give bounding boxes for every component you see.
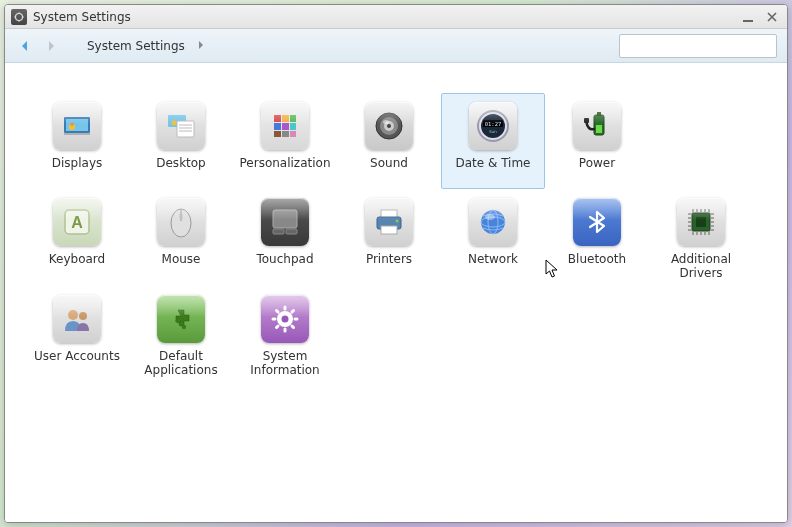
settings-item-touchpad[interactable]: Touchpad xyxy=(233,189,337,286)
settings-item-label: Default Applications xyxy=(134,349,228,378)
back-button[interactable] xyxy=(15,36,35,56)
settings-item-label: Network xyxy=(468,252,518,280)
system-settings-window: System Settings System Settings xyxy=(4,4,788,523)
svg-rect-38 xyxy=(597,112,601,116)
settings-item-printers[interactable]: Printers xyxy=(337,189,441,286)
settings-item-mouse[interactable]: Mouse xyxy=(129,189,233,286)
svg-point-82 xyxy=(182,325,186,329)
titlebar[interactable]: System Settings xyxy=(5,5,787,29)
svg-point-56 xyxy=(485,214,495,220)
settings-item-displays[interactable]: Displays xyxy=(25,93,129,189)
svg-rect-25 xyxy=(282,131,289,137)
breadcrumb[interactable]: System Settings xyxy=(87,39,205,53)
breadcrumb-label: System Settings xyxy=(87,39,185,53)
svg-rect-20 xyxy=(290,115,296,122)
settings-item-power[interactable]: Power xyxy=(545,93,649,189)
settings-item-label: User Accounts xyxy=(34,349,120,377)
svg-rect-26 xyxy=(290,131,296,137)
settings-item-user-accounts[interactable]: User Accounts xyxy=(25,286,129,383)
settings-grid: DisplaysDesktopPersonalizationSound01:27… xyxy=(25,93,767,383)
settings-item-label: Date & Time xyxy=(455,156,530,184)
svg-point-81 xyxy=(176,319,180,323)
window-title: System Settings xyxy=(33,10,131,24)
svg-rect-14 xyxy=(177,121,194,137)
svg-rect-11 xyxy=(64,133,90,135)
search-input[interactable] xyxy=(624,39,774,53)
settings-item-label: Bluetooth xyxy=(568,252,626,280)
app-icon xyxy=(11,9,27,25)
settings-item-keyboard[interactable]: AKeyboard xyxy=(25,189,129,286)
svg-text:01:27: 01:27 xyxy=(485,121,502,127)
svg-rect-45 xyxy=(180,213,183,219)
svg-text:A: A xyxy=(71,214,83,231)
svg-rect-18 xyxy=(274,115,281,122)
svg-rect-47 xyxy=(273,229,284,234)
settings-item-label: Additional Drivers xyxy=(654,252,748,281)
svg-point-52 xyxy=(396,220,399,223)
settings-item-label: Keyboard xyxy=(49,252,105,280)
settings-item-personalization[interactable]: Personalization xyxy=(233,93,337,189)
settings-item-desktop[interactable]: Desktop xyxy=(129,93,233,189)
minimize-button[interactable] xyxy=(739,9,757,25)
svg-point-30 xyxy=(387,124,391,128)
svg-point-79 xyxy=(68,310,78,320)
svg-text:Sun: Sun xyxy=(489,129,497,134)
svg-point-13 xyxy=(172,121,177,126)
svg-rect-40 xyxy=(584,118,589,123)
settings-item-label: System Information xyxy=(238,349,332,378)
chevron-right-icon xyxy=(197,39,205,53)
settings-item-label: Sound xyxy=(370,156,408,184)
settings-item-additional-drivers[interactable]: Additional Drivers xyxy=(649,189,753,286)
svg-rect-21 xyxy=(274,123,281,130)
svg-point-80 xyxy=(79,312,87,320)
svg-rect-22 xyxy=(282,123,289,130)
settings-item-label: Mouse xyxy=(162,252,201,280)
settings-item-default-applications[interactable]: Default Applications xyxy=(129,286,233,383)
forward-button[interactable] xyxy=(41,36,61,56)
svg-rect-5 xyxy=(743,20,753,22)
close-button[interactable] xyxy=(763,9,781,25)
svg-rect-9 xyxy=(66,119,88,131)
settings-item-label: Desktop xyxy=(156,156,206,184)
svg-rect-19 xyxy=(282,115,289,122)
settings-item-network[interactable]: Network xyxy=(441,189,545,286)
svg-rect-4 xyxy=(22,16,24,17)
svg-rect-24 xyxy=(274,131,281,137)
svg-point-31 xyxy=(383,120,389,124)
settings-item-bluetooth[interactable]: Bluetooth xyxy=(545,189,649,286)
toolbar: System Settings xyxy=(5,29,787,63)
search-field[interactable] xyxy=(619,34,777,58)
svg-rect-48 xyxy=(286,229,297,234)
settings-item-system-information[interactable]: System Information xyxy=(233,286,337,383)
svg-rect-2 xyxy=(18,20,19,22)
settings-item-label: Touchpad xyxy=(256,252,313,280)
settings-item-date-time[interactable]: 01:27SunDate & Time xyxy=(441,93,545,189)
svg-rect-23 xyxy=(290,123,296,130)
svg-rect-51 xyxy=(381,226,397,234)
settings-item-label: Personalization xyxy=(240,156,331,184)
content-area: DisplaysDesktopPersonalizationSound01:27… xyxy=(5,63,787,522)
svg-point-0 xyxy=(16,13,23,20)
settings-item-label: Displays xyxy=(52,156,102,184)
svg-rect-39 xyxy=(596,125,602,133)
svg-point-84 xyxy=(282,315,289,322)
settings-item-sound[interactable]: Sound xyxy=(337,93,441,189)
svg-rect-46 xyxy=(273,210,297,228)
settings-item-label: Printers xyxy=(366,252,412,280)
settings-item-label: Power xyxy=(579,156,615,184)
svg-rect-58 xyxy=(696,217,706,227)
svg-rect-1 xyxy=(18,12,19,14)
svg-rect-3 xyxy=(14,16,16,17)
